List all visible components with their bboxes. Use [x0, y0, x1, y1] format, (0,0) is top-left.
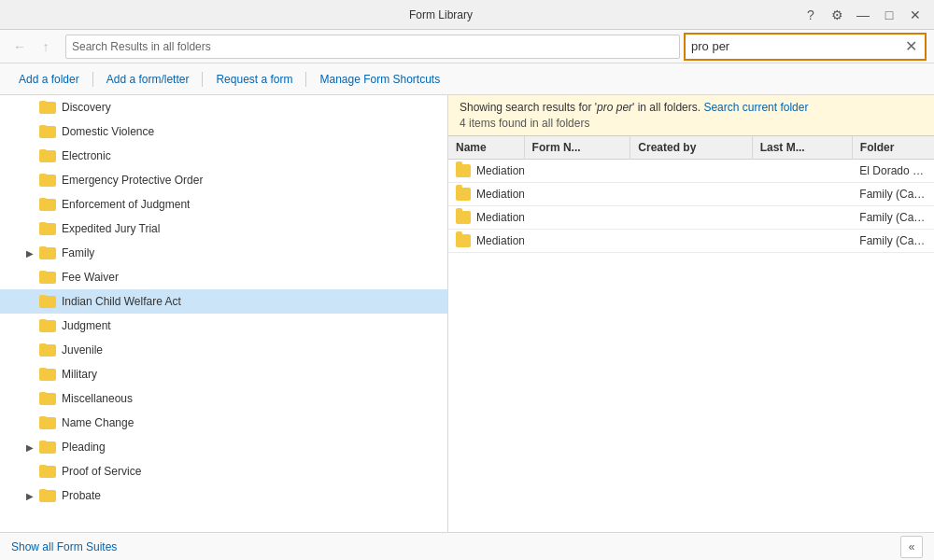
folder-icon — [39, 392, 56, 405]
search-clear-icon[interactable]: ✕ — [903, 39, 919, 54]
sidebar-item[interactable]: Discovery — [0, 95, 447, 119]
table-row[interactable]: Mediation (in...El Dorado County... — [448, 160, 934, 183]
show-all-link[interactable]: Show all Form Suites — [11, 540, 117, 553]
folder-icon — [39, 319, 56, 332]
manage-shortcuts-button[interactable]: Manage Form Shortcuts — [308, 63, 451, 94]
sidebar-item-label: Juvenile — [62, 343, 103, 357]
sidebar-item[interactable]: Enforcement of Judgment — [0, 192, 447, 217]
cell-lastMod — [752, 160, 852, 183]
sidebar-item[interactable]: Expedited Jury Trial — [0, 217, 447, 241]
results-count: 4 items found in all folders — [460, 117, 923, 130]
folder-icon — [39, 295, 56, 308]
title-bar: Form Library ? ⚙ — □ ✕ — [0, 0, 934, 30]
sidebar-item[interactable]: Name Change — [0, 411, 447, 435]
search-input[interactable] — [691, 39, 903, 53]
cell-createdBy — [630, 183, 752, 206]
folder-icon — [39, 222, 56, 235]
sidebar-item-label: Domestic Violence — [62, 125, 154, 138]
folder-icon — [39, 271, 56, 284]
sidebar-item[interactable]: Fee Waiver — [0, 265, 447, 289]
folder-icon — [39, 368, 56, 381]
folder-icon — [39, 246, 56, 259]
sidebar-item-label: Miscellaneous — [62, 392, 133, 405]
content-area: Showing search results for 'pro per' in … — [448, 95, 934, 532]
cell-name: Mediation (In... — [448, 230, 524, 253]
sidebar-item-label: Indian Child Welfare Act — [62, 295, 181, 308]
expand-icon[interactable]: ▶ — [22, 488, 37, 503]
sidebar-item[interactable]: Electronic — [0, 144, 447, 168]
folder-icon — [39, 465, 56, 478]
sidebar-item-label: Emergency Protective Order — [62, 174, 203, 187]
folder-icon — [39, 174, 56, 187]
folder-icon — [39, 416, 56, 429]
maximize-button[interactable]: □ — [878, 4, 900, 26]
close-button[interactable]: ✕ — [904, 4, 927, 26]
folder-icon — [39, 101, 56, 114]
expand-icon[interactable]: ▶ — [22, 440, 37, 455]
banner-after: ' in all folders. — [632, 101, 700, 114]
sidebar-item-label: Electronic — [62, 149, 111, 162]
sidebar-item[interactable]: Judgment — [0, 314, 447, 338]
sidebar-item[interactable]: Emergency Protective Order — [0, 168, 447, 192]
request-form-button[interactable]: Request a form — [205, 63, 304, 94]
table-body: Mediation (in...El Dorado County...Media… — [448, 160, 934, 253]
column-header-name[interactable]: Name — [448, 136, 524, 160]
table-row[interactable]: Mediation (In...Family (California... — [448, 183, 934, 206]
column-header-lastMod[interactable]: Last M... — [752, 136, 852, 160]
sidebar-item[interactable]: ▶Family — [0, 241, 447, 265]
cell-formNum — [524, 183, 630, 206]
sidebar-item-label: Enforcement of Judgment — [62, 198, 190, 211]
main-layout: DiscoveryDomestic ViolenceElectronicEmer… — [0, 95, 934, 532]
add-folder-button[interactable]: Add a folder — [7, 63, 91, 94]
sidebar-item-label: Name Change — [62, 416, 134, 429]
breadcrumb-text: Search Results in all folders — [72, 40, 673, 53]
search-box[interactable]: ✕ — [684, 33, 927, 61]
back-button[interactable]: ← — [7, 35, 32, 59]
breadcrumb-search-bar: Search Results in all folders — [65, 35, 680, 59]
collapse-button[interactable]: « — [900, 536, 923, 558]
cell-createdBy — [630, 160, 752, 183]
separator-3 — [305, 72, 306, 87]
sidebar-item[interactable]: Military — [0, 362, 447, 386]
toolbar: ← ↑ Search Results in all folders ✕ — [0, 30, 934, 63]
sidebar-item-label: Expedited Jury Trial — [62, 222, 160, 235]
minimize-button[interactable]: — — [852, 4, 874, 26]
cell-formNum — [524, 230, 630, 253]
file-icon — [456, 234, 471, 247]
cell-lastMod — [752, 183, 852, 206]
add-form-button[interactable]: Add a form/letter — [95, 63, 201, 94]
help-button[interactable]: ? — [800, 4, 822, 26]
sidebar-item-label: Judgment — [62, 319, 111, 332]
sidebar-item[interactable]: ▶Probate — [0, 483, 447, 508]
cell-folder: Family (California... — [852, 206, 934, 230]
folder-icon — [39, 343, 56, 357]
cell-folder: Family (California... — [852, 183, 934, 206]
results-table-container: NameForm N...Created byLast M...Folder M… — [448, 136, 934, 532]
column-header-formNum[interactable]: Form N... — [524, 136, 630, 160]
expand-icon[interactable]: ▶ — [22, 245, 37, 260]
sidebar-item[interactable]: Miscellaneous — [0, 386, 447, 411]
separator-1 — [92, 72, 93, 87]
cell-createdBy — [630, 230, 752, 253]
table-row[interactable]: Mediation (In...Family (California... — [448, 206, 934, 230]
up-button[interactable]: ↑ — [34, 35, 58, 59]
cell-folder: Family (California... — [852, 230, 934, 253]
sidebar-item[interactable]: Proof of Service — [0, 459, 447, 483]
table-row[interactable]: Mediation (In...Family (California... — [448, 230, 934, 253]
sidebar-item[interactable]: Domestic Violence — [0, 119, 447, 144]
folder-icon — [39, 149, 56, 162]
table-header: NameForm N...Created byLast M...Folder — [448, 136, 934, 160]
sidebar-item-label: Probate — [62, 489, 101, 502]
sidebar-item[interactable]: Indian Child Welfare Act — [0, 289, 447, 314]
sidebar-item-label: Pleading — [62, 441, 106, 454]
file-icon — [456, 211, 471, 224]
file-icon — [456, 164, 471, 177]
settings-button[interactable]: ⚙ — [826, 4, 848, 26]
results-table: NameForm N...Created byLast M...Folder M… — [448, 136, 934, 253]
search-folder-link[interactable]: Search current folder — [703, 101, 808, 114]
sidebar-item[interactable]: ▶Pleading — [0, 435, 447, 459]
column-header-folder[interactable]: Folder — [852, 136, 934, 160]
banner-query: pro per — [597, 101, 632, 114]
sidebar-item[interactable]: Juvenile — [0, 338, 447, 362]
column-header-createdBy[interactable]: Created by — [630, 136, 752, 160]
